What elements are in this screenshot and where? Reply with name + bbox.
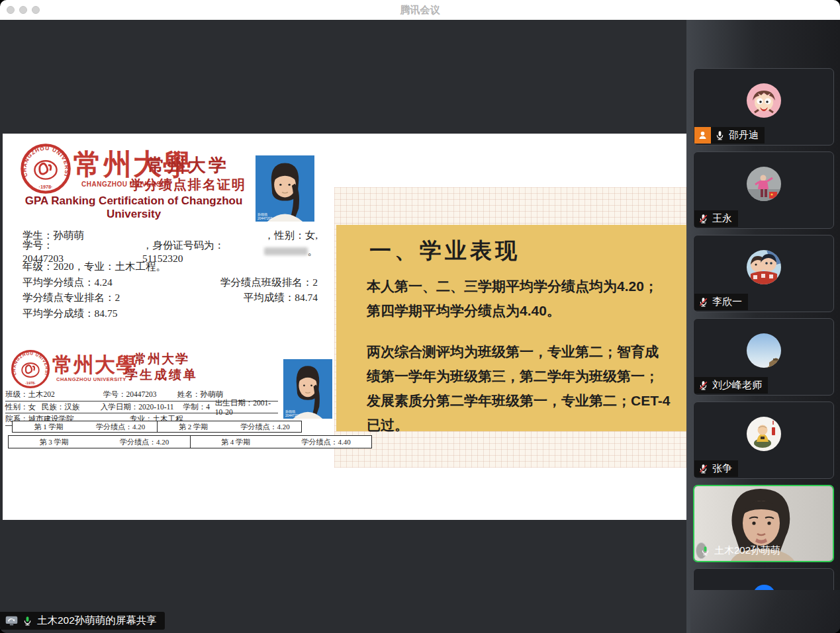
mic-speaking-icon [700,546,710,556]
field-class-rank: 学分绩点班级排名：2 [220,276,318,290]
info-duration: 学制：4 [183,402,215,412]
info-gender: 性别：女 [5,402,42,412]
semester-table-row-2: 第 3 学期 学分绩点：4.20 第 4 学期 学分绩点：4.40 [8,435,372,448]
shared-screen-stage: 一、学业表现 本人第一、二、三学期平均学分绩点均为4.20；第四学期平均学分绩点… [0,20,686,633]
participants-sidebar: 邵丹迪 王永 [686,20,840,633]
cert1-fields: 学生：孙萌萌 ，性别：女, 学号：20447203 ，身份证号码为：511523… [23,228,318,321]
participant-name-label: 张争 [694,460,738,477]
participant-tile[interactable]: 张争 [693,401,834,479]
mic-muted-icon [698,464,708,474]
info-class: 班级：土木202 [5,390,103,400]
screen-share-indicator: 土木202孙萌萌的屏幕共享 [0,612,165,630]
redacted-id-blur [264,247,307,255]
field-major-rank: 学分绩点专业排名：2 [23,291,120,305]
panel-paragraph-1: 本人第一、二、三学期平均学分绩点均为4.20；第四学期平均学分绩点为4.40。 [367,274,671,323]
screen-share-label: 土木202孙萌萌的屏幕共享 [37,614,157,628]
sem3-label: 第 3 学期 [9,436,99,448]
field-avg-credit-score: 平均学分成绩：84.75 [23,307,117,321]
monk-figurine-avatar [747,417,781,451]
anime-pair-avatar [747,250,781,284]
panel-title: 一、学业表现 [369,236,686,266]
sem3-gpa: 学分绩点：4.20 [99,436,190,448]
university-seal-icon [11,349,50,389]
window-title: 腾讯会议 [0,0,840,20]
sem2-label: 第 2 学期 [158,421,230,432]
field-grade-major: 年级：2020，专业：土木工程。 [23,260,166,274]
participant-name-label: 土木202孙萌萌 [696,542,707,559]
mic-muted-icon [698,214,708,224]
cert2-title-cn: 常州大学 [120,351,203,368]
cert2-id-photo: 孙萌萌 20447203 [283,359,332,419]
info-student-no: 学号：20447203 [103,390,177,400]
participant-name-label: 刘少峰老师 [694,377,768,394]
cert1-id-photo: 孙萌萌 20447203 [256,155,314,222]
participant-name-label: 邵丹迪 [711,127,765,144]
landscape-avatar [747,333,781,368]
mic-muted-icon [698,297,708,307]
university-seal-icon [20,143,71,194]
semester-table-row-1: 第 1 学期 学分绩点：4.20 第 2 学期 学分绩点：4.20 [12,421,302,433]
sem4-label: 第 4 学期 [191,436,281,448]
participant-name-label: 李欣一 [694,294,748,310]
info-enroll-date: 入学日期：2020-10-11 [101,402,183,412]
participant-tile-active-speaker[interactable]: 土木202孙萌萌 [693,485,834,562]
cert1-subtitle-cn: 学分绩点排名证明 [118,176,257,194]
shared-slide: 一、学业表现 本人第一、二、三学期平均学分绩点均为4.20；第四学期平均学分绩点… [3,134,686,520]
sidebar-bottom-shade [690,590,840,633]
mic-on-icon [23,616,32,626]
screen-share-icon [5,616,18,626]
outdoor-photo-avatar [747,167,781,201]
cert2-subtitle-cn: 学生成绩单 [114,366,209,384]
sem1-label: 第 1 学期 [13,421,85,432]
participant-tile[interactable]: 王永 [693,151,834,229]
field-avg-score: 平均成绩：84.74 [244,291,318,305]
cartoon-boy-avatar [747,83,781,118]
sem2-gpa: 学分绩点：4.20 [229,421,301,432]
cert1-title-en: GPA Ranking Certification of Changzhou U… [19,194,249,221]
participant-name-label: 王永 [694,210,738,227]
field-gender: ，性别：女, [264,229,318,243]
info-ethnic: 民族：汉族 [42,402,101,412]
highlight-panel: 一、学业表现 本人第一、二、三学期平均学分绩点均为4.20；第四学期平均学分绩点… [336,225,686,431]
participant-tile[interactable]: 李欣一 [693,235,834,312]
cert1-title-cn: 常州大学 [135,153,241,177]
info-birth-date: 出生日期：2001-10-20 [215,398,278,416]
sem1-gpa: 学分绩点：4.20 [85,421,157,432]
tencent-meeting-window: 腾讯会议 一、学业表现 本人第一、二、三学期平均学分绩点均为4.20；第四学期平… [0,0,840,633]
field-gpa: 平均学分绩点：4.24 [23,276,113,290]
titlebar: 腾讯会议 [0,0,840,20]
sem4-gpa: 学分绩点：4.40 [281,436,371,448]
panel-paragraph-2: 两次综合测评均为班级第一，专业第二；智育成绩第一学年为班级第三，第二学年为班级第… [367,339,671,437]
participant-tile[interactable]: 邵丹迪 [693,68,834,146]
mic-on-icon [715,130,725,140]
host-badge-icon [694,127,711,144]
mic-muted-icon [698,380,708,390]
participant-tile[interactable]: 刘少峰老师 [693,318,834,396]
